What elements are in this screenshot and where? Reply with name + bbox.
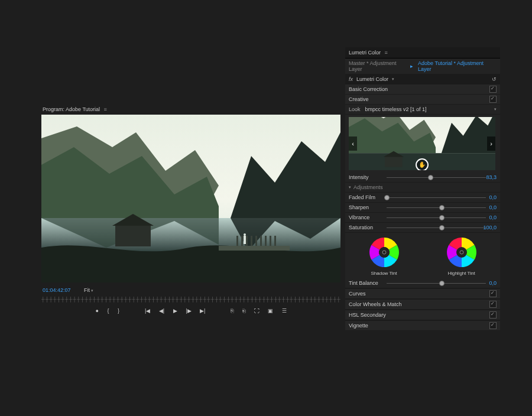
program-timecode[interactable]: 01:04:42:07 (43, 287, 71, 293)
chevron-down-icon[interactable]: ▾ (392, 77, 394, 82)
panel-tab-lumetri[interactable]: Lumetri Color (349, 50, 381, 56)
transport-controls: ● { } |◀ ◀| ▶ |▶ ▶| ⎘ ⎗ ⛶ ▣ ☰ (41, 307, 340, 314)
time-ruler[interactable]: ┼┼┼┼┼┼┼┼┼┼┼┼┼┼┼┼┼┼┼┼┼┼┼┼┼┼┼┼┼┼┼┼┼┼┼┼┼┼┼┼… (41, 297, 340, 303)
svg-point-19 (379, 247, 390, 258)
button-editor-button[interactable]: ☰ (282, 308, 287, 314)
panel-menu-icon[interactable]: ≡ (104, 106, 107, 112)
mark-out-button[interactable]: } (118, 308, 119, 314)
svg-rect-12 (219, 246, 290, 251)
svg-point-14 (244, 233, 246, 236)
tint-balance-row: Tint Balance 0,0 (345, 278, 500, 288)
creative-checkbox[interactable] (489, 96, 497, 103)
svg-rect-17 (385, 156, 402, 167)
curves-checkbox[interactable] (489, 290, 497, 297)
svg-rect-13 (244, 236, 246, 244)
section-vignette[interactable]: Vignette (345, 320, 500, 331)
panel-tab-bar: Lumetri Color ≡ (345, 47, 500, 58)
fx-badge: fx (349, 76, 353, 82)
faded-film-row: Faded Film 0,0 (345, 193, 500, 203)
safe-margins-button[interactable]: ▣ (268, 308, 273, 314)
highlight-tint-wheel[interactable]: Highlight Tint (443, 236, 480, 276)
sharpen-row: Sharpen 0,0 (345, 203, 500, 213)
program-title-bar: Program: Adobe Tutorial ≡ (43, 106, 340, 112)
tint-wheels: Shadow Tint Highlight Tint (345, 233, 500, 278)
adjustments-header[interactable]: ▾ Adjustments (345, 183, 500, 193)
play-button[interactable]: ▶ (173, 308, 177, 314)
program-info-row: 01:04:42:07 Fit▾ (41, 282, 340, 293)
reset-effect-button[interactable]: ↺ (492, 76, 497, 82)
hand-cursor-icon: ✋ (416, 158, 429, 170)
chevron-right-icon: ▸ (410, 63, 413, 69)
twirl-down-icon: ▾ (349, 185, 351, 190)
add-marker-button[interactable]: ● (95, 308, 98, 314)
mark-in-button[interactable]: { (107, 308, 109, 314)
svg-rect-2 (115, 224, 151, 246)
goto-in-button[interactable]: |◀ (145, 308, 150, 314)
section-creative[interactable]: Creative (345, 95, 500, 105)
effect-header: fx Lumetri Color ▾ ↺ (345, 74, 500, 84)
saturation-row: Saturation 100,0 (345, 223, 500, 233)
tint-balance-slider[interactable] (387, 280, 497, 286)
extract-button[interactable]: ⎗ (242, 308, 245, 314)
look-prev-button[interactable]: ‹ (349, 136, 357, 151)
step-back-button[interactable]: ◀| (159, 308, 164, 314)
export-frame-button[interactable]: ⛶ (254, 308, 259, 314)
saturation-slider[interactable] (387, 225, 497, 230)
faded-film-slider[interactable] (387, 194, 497, 200)
section-basic-correction[interactable]: Basic Correction (345, 84, 500, 95)
panel-menu-icon[interactable]: ≡ (385, 50, 388, 56)
section-color-wheels-match[interactable]: Color Wheels & Match (345, 299, 500, 310)
section-hsl-secondary[interactable]: HSL Secondary (345, 310, 500, 320)
svg-point-21 (456, 247, 467, 258)
shadow-tint-wheel[interactable]: Shadow Tint (366, 236, 403, 276)
sharpen-slider[interactable] (387, 204, 497, 210)
goto-out-button[interactable]: ▶| (200, 308, 205, 314)
zoom-fit-dropdown[interactable]: Fit▾ (84, 287, 93, 293)
program-title: Program: Adobe Tutorial (43, 106, 100, 112)
vibrance-row: Vibrance 0,0 (345, 213, 500, 223)
look-next-button[interactable]: › (487, 136, 495, 151)
clip-selector[interactable]: Master * Adjustment Layer ▸ Adobe Tutori… (345, 58, 500, 74)
intensity-row: Intensity 83,3 (345, 173, 500, 183)
chevron-down-icon: ▾ (494, 107, 497, 112)
intensity-slider[interactable] (387, 174, 497, 180)
section-curves[interactable]: Curves (345, 288, 500, 299)
lumetri-color-panel: Lumetri Color ≡ Master * Adjustment Laye… (345, 47, 500, 331)
basic-correction-checkbox[interactable] (489, 86, 497, 93)
program-monitor: Program: Adobe Tutorial ≡ (41, 106, 340, 314)
color-wheels-checkbox[interactable] (489, 301, 497, 308)
look-preview: ‹ › ✋ (349, 117, 495, 170)
step-forward-button[interactable]: |▶ (186, 308, 191, 314)
vignette-checkbox[interactable] (489, 322, 497, 329)
hsl-checkbox[interactable] (489, 311, 497, 318)
chevron-down-icon: ▾ (91, 288, 93, 292)
look-dropdown[interactable]: Look bmpcc timeless v2 [1 of 1] ▾ (345, 105, 500, 115)
program-monitor-viewport[interactable] (41, 115, 340, 282)
lift-button[interactable]: ⎘ (231, 308, 233, 314)
vibrance-slider[interactable] (387, 214, 497, 220)
effect-name: Lumetri Color (356, 76, 388, 82)
